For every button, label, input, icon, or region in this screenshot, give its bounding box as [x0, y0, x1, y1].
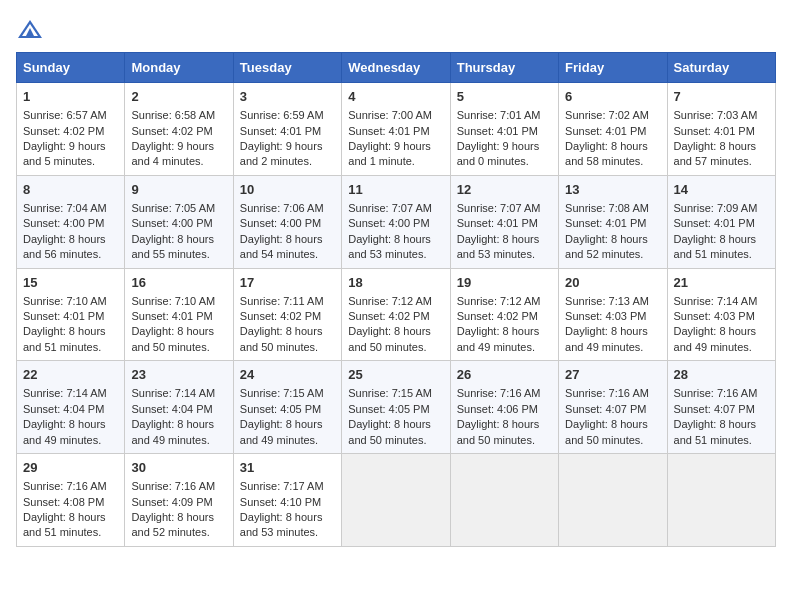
- sunset-label: Sunset: 4:00 PM: [348, 217, 429, 229]
- header: [16, 16, 776, 44]
- day-number: 10: [240, 181, 335, 199]
- day-number: 25: [348, 366, 443, 384]
- sunset-label: Sunset: 4:03 PM: [565, 310, 646, 322]
- daylight-label: Daylight: 8 hours and 50 minutes.: [131, 325, 214, 352]
- day-header-wednesday: Wednesday: [342, 53, 450, 83]
- calendar-week-row: 22 Sunrise: 7:14 AM Sunset: 4:04 PM Dayl…: [17, 361, 776, 454]
- day-number: 2: [131, 88, 226, 106]
- sunrise-label: Sunrise: 7:05 AM: [131, 202, 215, 214]
- sunset-label: Sunset: 4:01 PM: [131, 310, 212, 322]
- daylight-label: Daylight: 8 hours and 49 minutes.: [565, 325, 648, 352]
- day-number: 11: [348, 181, 443, 199]
- calendar-cell: [342, 454, 450, 547]
- sunrise-label: Sunrise: 7:16 AM: [457, 387, 541, 399]
- calendar-cell: 18 Sunrise: 7:12 AM Sunset: 4:02 PM Dayl…: [342, 268, 450, 361]
- sunset-label: Sunset: 4:01 PM: [565, 125, 646, 137]
- sunset-label: Sunset: 4:02 PM: [23, 125, 104, 137]
- sunset-label: Sunset: 4:00 PM: [23, 217, 104, 229]
- sunset-label: Sunset: 4:01 PM: [565, 217, 646, 229]
- daylight-label: Daylight: 8 hours and 55 minutes.: [131, 233, 214, 260]
- calendar-cell: 1 Sunrise: 6:57 AM Sunset: 4:02 PM Dayli…: [17, 83, 125, 176]
- day-number: 14: [674, 181, 769, 199]
- day-header-friday: Friday: [559, 53, 667, 83]
- daylight-label: Daylight: 8 hours and 53 minutes.: [348, 233, 431, 260]
- sunset-label: Sunset: 4:01 PM: [23, 310, 104, 322]
- daylight-label: Daylight: 9 hours and 2 minutes.: [240, 140, 323, 167]
- daylight-label: Daylight: 8 hours and 54 minutes.: [240, 233, 323, 260]
- calendar-cell: 24 Sunrise: 7:15 AM Sunset: 4:05 PM Dayl…: [233, 361, 341, 454]
- daylight-label: Daylight: 8 hours and 51 minutes.: [674, 418, 757, 445]
- calendar-cell: 5 Sunrise: 7:01 AM Sunset: 4:01 PM Dayli…: [450, 83, 558, 176]
- daylight-label: Daylight: 8 hours and 53 minutes.: [240, 511, 323, 538]
- calendar-body: 1 Sunrise: 6:57 AM Sunset: 4:02 PM Dayli…: [17, 83, 776, 547]
- daylight-label: Daylight: 8 hours and 49 minutes.: [131, 418, 214, 445]
- calendar-cell: [559, 454, 667, 547]
- daylight-label: Daylight: 8 hours and 49 minutes.: [240, 418, 323, 445]
- logo: [16, 16, 48, 44]
- daylight-label: Daylight: 8 hours and 56 minutes.: [23, 233, 106, 260]
- sunset-label: Sunset: 4:02 PM: [348, 310, 429, 322]
- day-number: 28: [674, 366, 769, 384]
- sunrise-label: Sunrise: 7:10 AM: [131, 295, 215, 307]
- calendar-cell: 23 Sunrise: 7:14 AM Sunset: 4:04 PM Dayl…: [125, 361, 233, 454]
- day-number: 24: [240, 366, 335, 384]
- day-number: 1: [23, 88, 118, 106]
- calendar-cell: 16 Sunrise: 7:10 AM Sunset: 4:01 PM Dayl…: [125, 268, 233, 361]
- daylight-label: Daylight: 8 hours and 51 minutes.: [23, 511, 106, 538]
- daylight-label: Daylight: 8 hours and 51 minutes.: [23, 325, 106, 352]
- calendar-cell: 30 Sunrise: 7:16 AM Sunset: 4:09 PM Dayl…: [125, 454, 233, 547]
- sunrise-label: Sunrise: 7:14 AM: [23, 387, 107, 399]
- sunrise-label: Sunrise: 7:16 AM: [131, 480, 215, 492]
- sunset-label: Sunset: 4:01 PM: [240, 125, 321, 137]
- daylight-label: Daylight: 8 hours and 51 minutes.: [674, 233, 757, 260]
- sunrise-label: Sunrise: 7:04 AM: [23, 202, 107, 214]
- calendar-cell: 25 Sunrise: 7:15 AM Sunset: 4:05 PM Dayl…: [342, 361, 450, 454]
- day-header-thursday: Thursday: [450, 53, 558, 83]
- sunrise-label: Sunrise: 7:12 AM: [457, 295, 541, 307]
- day-number: 21: [674, 274, 769, 292]
- calendar-cell: 4 Sunrise: 7:00 AM Sunset: 4:01 PM Dayli…: [342, 83, 450, 176]
- calendar-cell: 27 Sunrise: 7:16 AM Sunset: 4:07 PM Dayl…: [559, 361, 667, 454]
- calendar-cell: 14 Sunrise: 7:09 AM Sunset: 4:01 PM Dayl…: [667, 175, 775, 268]
- sunrise-label: Sunrise: 7:16 AM: [565, 387, 649, 399]
- daylight-label: Daylight: 8 hours and 58 minutes.: [565, 140, 648, 167]
- calendar-cell: 8 Sunrise: 7:04 AM Sunset: 4:00 PM Dayli…: [17, 175, 125, 268]
- day-number: 3: [240, 88, 335, 106]
- calendar-cell: 28 Sunrise: 7:16 AM Sunset: 4:07 PM Dayl…: [667, 361, 775, 454]
- daylight-label: Daylight: 9 hours and 0 minutes.: [457, 140, 540, 167]
- sunrise-label: Sunrise: 7:02 AM: [565, 109, 649, 121]
- sunset-label: Sunset: 4:02 PM: [240, 310, 321, 322]
- sunset-label: Sunset: 4:00 PM: [131, 217, 212, 229]
- calendar-week-row: 15 Sunrise: 7:10 AM Sunset: 4:01 PM Dayl…: [17, 268, 776, 361]
- sunrise-label: Sunrise: 7:07 AM: [348, 202, 432, 214]
- calendar-cell: 10 Sunrise: 7:06 AM Sunset: 4:00 PM Dayl…: [233, 175, 341, 268]
- sunrise-label: Sunrise: 7:14 AM: [131, 387, 215, 399]
- calendar-cell: [450, 454, 558, 547]
- sunrise-label: Sunrise: 7:15 AM: [240, 387, 324, 399]
- calendar-cell: 11 Sunrise: 7:07 AM Sunset: 4:00 PM Dayl…: [342, 175, 450, 268]
- daylight-label: Daylight: 9 hours and 5 minutes.: [23, 140, 106, 167]
- day-number: 6: [565, 88, 660, 106]
- sunrise-label: Sunrise: 7:15 AM: [348, 387, 432, 399]
- sunset-label: Sunset: 4:01 PM: [348, 125, 429, 137]
- sunrise-label: Sunrise: 6:57 AM: [23, 109, 107, 121]
- sunset-label: Sunset: 4:09 PM: [131, 496, 212, 508]
- day-number: 17: [240, 274, 335, 292]
- day-number: 4: [348, 88, 443, 106]
- sunrise-label: Sunrise: 7:13 AM: [565, 295, 649, 307]
- day-number: 7: [674, 88, 769, 106]
- calendar-header-row: SundayMondayTuesdayWednesdayThursdayFrid…: [17, 53, 776, 83]
- sunset-label: Sunset: 4:08 PM: [23, 496, 104, 508]
- sunset-label: Sunset: 4:01 PM: [674, 125, 755, 137]
- calendar-week-row: 8 Sunrise: 7:04 AM Sunset: 4:00 PM Dayli…: [17, 175, 776, 268]
- daylight-label: Daylight: 8 hours and 52 minutes.: [565, 233, 648, 260]
- sunrise-label: Sunrise: 6:59 AM: [240, 109, 324, 121]
- day-number: 16: [131, 274, 226, 292]
- sunrise-label: Sunrise: 7:11 AM: [240, 295, 324, 307]
- day-number: 8: [23, 181, 118, 199]
- day-number: 30: [131, 459, 226, 477]
- sunset-label: Sunset: 4:02 PM: [131, 125, 212, 137]
- sunset-label: Sunset: 4:06 PM: [457, 403, 538, 415]
- calendar-cell: [667, 454, 775, 547]
- sunrise-label: Sunrise: 7:03 AM: [674, 109, 758, 121]
